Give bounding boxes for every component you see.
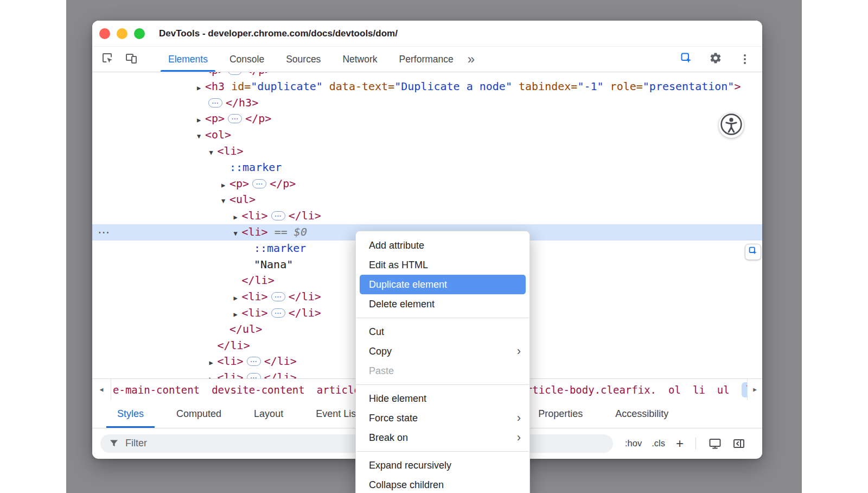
breadcrumb-item[interactable]: e-main-content — [113, 384, 200, 396]
menu-item-hide-element[interactable]: Hide element — [356, 389, 529, 408]
sidebar-tab-accessibility[interactable]: Accessibility — [599, 400, 685, 428]
breadcrumb-item[interactable]: rticle-body.clearfix. — [526, 384, 656, 396]
code-token: $0 — [294, 225, 307, 238]
accessibility-widget-button[interactable] — [719, 113, 744, 138]
submenu-arrow-icon: › — [517, 432, 521, 444]
tree-row[interactable]: ::marker — [92, 160, 762, 176]
tree-row[interactable]: ▶<p>⋯</p> — [92, 176, 762, 192]
breadcrumb-item[interactable]: li — [693, 384, 705, 396]
collapsed-arrow-icon[interactable]: ▶ — [234, 307, 242, 323]
more-panels-button[interactable]: » — [468, 52, 474, 67]
select-element-button[interactable] — [679, 52, 694, 67]
code-token: </p> — [270, 177, 296, 190]
new-style-rule-button[interactable]: + — [676, 437, 684, 450]
expand-badge[interactable]: ⋯ — [228, 114, 242, 123]
expand-badge[interactable]: ⋯ — [271, 308, 285, 318]
tab-sources[interactable]: Sources — [275, 47, 331, 72]
tree-row[interactable]: ▼<ul> — [92, 192, 762, 208]
pseudo-state-toggle[interactable]: :hov — [625, 438, 642, 448]
expanded-arrow-icon[interactable]: ▼ — [209, 145, 218, 161]
tree-row[interactable]: ▶<li>⋯</li> — [92, 208, 762, 224]
tree-row[interactable]: ▶<h3 id="duplicate" data-text="Duplicate… — [92, 79, 762, 95]
sidebar-tab-layout[interactable]: Layout — [238, 400, 299, 428]
collapsed-arrow-icon[interactable]: ▶ — [234, 290, 242, 307]
element-classes-toggle[interactable]: .cls — [652, 438, 665, 448]
tree-row[interactable]: ▼<ol> — [92, 127, 762, 143]
menu-item-label: Break on — [369, 432, 408, 444]
expand-badge[interactable]: ⋯ — [252, 179, 266, 188]
filter-funnel-icon — [107, 437, 120, 451]
breadcrumb-scroll-left[interactable]: ◀ — [92, 379, 111, 400]
close-button[interactable] — [99, 28, 110, 39]
menu-item-break-on[interactable]: Break on› — [356, 428, 529, 447]
rendering-emulation-button[interactable] — [708, 437, 722, 451]
collapsed-arrow-icon[interactable]: ▶ — [234, 210, 242, 226]
expand-badge[interactable]: ⋯ — [208, 98, 222, 108]
device-toolbar-button[interactable] — [124, 52, 139, 67]
tab-elements[interactable]: Elements — [157, 47, 219, 72]
menu-item-label: Collapse children — [369, 479, 444, 491]
menu-item-label: Copy — [369, 346, 392, 357]
expand-badge[interactable]: ⋯ — [228, 72, 242, 75]
menu-item-paste[interactable]: Paste — [356, 361, 529, 381]
menu-item-copy[interactable]: Copy› — [356, 342, 529, 361]
breadcrumb-item[interactable]: ol — [668, 384, 681, 396]
code-token: > — [734, 80, 741, 93]
expanded-arrow-icon[interactable]: ▼ — [234, 226, 242, 242]
breadcrumb-scroll-right[interactable]: ▶ — [747, 379, 762, 400]
menu-item-label: Paste — [369, 365, 394, 377]
tree-row[interactable]: ▼<li> — [92, 143, 762, 160]
expanded-arrow-icon[interactable]: ▼ — [197, 129, 205, 145]
breadcrumb-item[interactable]: li — [742, 382, 747, 397]
collapsed-arrow-icon[interactable]: ▶ — [197, 80, 205, 97]
menu-item-cut[interactable]: Cut — [356, 322, 529, 342]
tab-console[interactable]: Console — [219, 47, 275, 72]
breadcrumb-item[interactable]: article — [317, 384, 360, 396]
expand-badge[interactable]: ⋯ — [271, 211, 285, 220]
collapsed-arrow-icon[interactable]: ▶ — [221, 178, 229, 194]
menu-item-expand-recursively[interactable]: Expand recursively — [356, 456, 529, 475]
collapsed-arrow-icon[interactable]: ▶ — [197, 112, 205, 129]
menu-item-label: Add attribute — [369, 240, 424, 251]
inspect-element-button[interactable] — [100, 52, 115, 67]
settings-button[interactable] — [708, 52, 723, 67]
breadcrumb-item[interactable]: ul — [717, 384, 730, 396]
tree-row[interactable]: ⋯</h3> — [92, 95, 762, 111]
maximize-button[interactable] — [134, 28, 145, 39]
code-token: data-text= — [323, 80, 394, 93]
expand-badge[interactable]: ⋯ — [271, 292, 285, 301]
code-token: "-1" — [577, 80, 603, 93]
collapsed-arrow-icon[interactable]: ▶ — [209, 355, 218, 371]
code-token: ::marker — [254, 242, 306, 255]
sidebar-toggle-button[interactable] — [732, 437, 746, 451]
collapsed-arrow-icon[interactable]: ▶ — [209, 371, 218, 378]
tab-network[interactable]: Network — [331, 47, 388, 72]
tree-row[interactable]: <p>⋯</p> — [92, 72, 762, 79]
menu-item-force-state[interactable]: Force state› — [356, 408, 529, 428]
sidebar-tab-computed[interactable]: Computed — [160, 400, 238, 428]
code-token: </li> — [218, 339, 250, 352]
node-action-badge[interactable] — [745, 244, 761, 260]
menu-item-collapse-children[interactable]: Collapse children — [356, 475, 529, 493]
code-token: <li> — [242, 306, 268, 319]
sidebar-tab-properties[interactable]: Properties — [522, 400, 599, 428]
menu-item-delete-element[interactable]: Delete element — [356, 294, 529, 314]
code-token: </li> — [264, 355, 297, 368]
row-actions-icon[interactable]: ⋯ — [98, 224, 110, 241]
menu-item-add-attribute[interactable]: Add attribute — [356, 236, 529, 255]
tree-row[interactable]: ▶<p>⋯</p> — [92, 111, 762, 127]
menu-item-label: Force state — [369, 413, 418, 424]
tab-performance[interactable]: Performance — [388, 47, 464, 72]
gear-icon — [709, 52, 722, 67]
expanded-arrow-icon[interactable]: ▼ — [221, 193, 229, 210]
minimize-button[interactable] — [117, 28, 127, 39]
sidebar-tab-styles[interactable]: Styles — [101, 400, 160, 428]
more-options-button[interactable] — [737, 52, 752, 67]
breadcrumb-item[interactable]: devsite-content — [212, 384, 305, 396]
code-token: </h3> — [226, 96, 258, 109]
menu-item-edit-as-html[interactable]: Edit as HTML — [356, 255, 529, 275]
menu-item-duplicate-element[interactable]: Duplicate element — [360, 275, 526, 294]
code-token: <ol> — [205, 128, 231, 141]
expand-badge[interactable]: ⋯ — [247, 357, 261, 366]
expand-badge[interactable]: ⋯ — [247, 373, 261, 378]
